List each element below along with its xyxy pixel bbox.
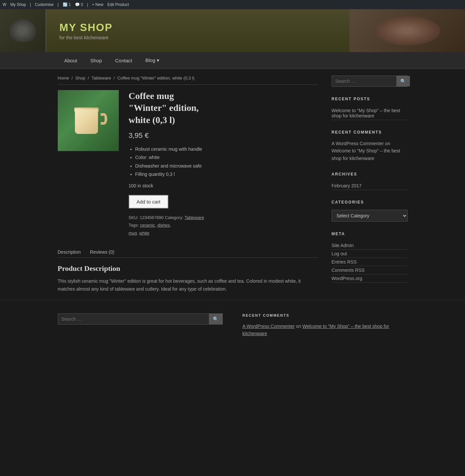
feature-4: Filling quantity 0,3 l bbox=[135, 170, 318, 178]
meta-widget: META Site Admin Log out Entries RSS Comm… bbox=[332, 232, 408, 283]
tag-mug[interactable]: mug bbox=[129, 231, 137, 236]
admin-customise[interactable]: Customise bbox=[35, 2, 54, 7]
comment-on: on bbox=[385, 141, 390, 146]
recent-post-link-1[interactable]: Welcome to "My Shop" – the best shop for… bbox=[332, 107, 408, 120]
separator: | bbox=[58, 2, 59, 7]
breadcrumb-sep-2: / bbox=[88, 76, 90, 80]
mug-handle bbox=[101, 113, 107, 125]
breadcrumb-sep-1: / bbox=[72, 76, 74, 80]
stock-info: 100 in stock bbox=[129, 183, 318, 188]
product-price: 3,95 € bbox=[129, 131, 318, 140]
footer-search-widget: 🔍 bbox=[58, 313, 223, 337]
footer-inner: 🔍 RECENT COMMENTS A WordPress Commenter … bbox=[51, 313, 414, 337]
sidebar: 🔍 RECENT POSTS Welcome to "My Shop" – th… bbox=[332, 76, 408, 293]
admin-comments-count[interactable]: 💬 0 bbox=[75, 2, 83, 7]
product-title: Coffee mug"Winter" edition,white (0,3 l) bbox=[129, 90, 318, 126]
tab-reviews[interactable]: Reviews (0) bbox=[90, 247, 120, 257]
nav-item-contact[interactable]: Contact bbox=[109, 52, 139, 69]
product-image bbox=[58, 90, 119, 151]
meta-entries-rss[interactable]: Entries RSS bbox=[332, 258, 408, 266]
breadcrumb-shop[interactable]: Shop bbox=[75, 76, 85, 80]
product-section: Coffee mug"Winter" edition,white (0,3 l)… bbox=[58, 90, 318, 237]
separator: | bbox=[87, 2, 88, 7]
tags-label: Tags: bbox=[129, 223, 140, 228]
breadcrumb-sep-3: / bbox=[114, 76, 116, 80]
meta-title: META bbox=[332, 232, 408, 238]
recent-posts-title: RECENT POSTS bbox=[332, 97, 408, 103]
site-title[interactable]: MY SHOP bbox=[59, 21, 113, 34]
tag-white[interactable]: white bbox=[139, 231, 149, 236]
nav-item-blog[interactable]: Blog ▾ bbox=[139, 52, 166, 69]
nav-inner: About Shop Contact Blog ▾ bbox=[51, 52, 414, 69]
admin-edit-product[interactable]: Edit Product bbox=[107, 2, 129, 7]
archives-title: ARCHIVES bbox=[332, 172, 408, 178]
category-select[interactable]: Select Category Tableware bbox=[332, 210, 408, 222]
search-box: 🔍 bbox=[332, 76, 408, 87]
search-widget: 🔍 bbox=[332, 76, 408, 87]
archive-link-feb2017[interactable]: February 2017 bbox=[332, 182, 408, 190]
admin-comments[interactable]: 🔄 1 bbox=[63, 2, 71, 7]
meta-wordpress-org[interactable]: WordPress.org bbox=[332, 274, 408, 283]
comment-author-link[interactable]: A WordPress Commenter bbox=[332, 141, 384, 146]
sku-label: SKU: bbox=[129, 215, 140, 220]
sku-value: 1234567890 bbox=[140, 215, 163, 220]
wp-logo[interactable]: W bbox=[3, 2, 6, 7]
breadcrumb-home[interactable]: Home bbox=[58, 76, 69, 80]
product-desc-text: This stylish ceramic mug "Winter" editio… bbox=[58, 277, 318, 293]
site-navigation: About Shop Contact Blog ▾ bbox=[0, 52, 465, 69]
category-link[interactable]: Tableware bbox=[184, 215, 204, 220]
header-background: MY SHOP for the best kitchenware bbox=[0, 9, 465, 52]
footer-widgets: 🔍 RECENT COMMENTS A WordPress Commenter … bbox=[0, 300, 465, 344]
feature-2: Color: white bbox=[135, 153, 318, 162]
feature-3: Dishwasher and microwave safe bbox=[135, 162, 318, 170]
footer-recent-comments-widget: RECENT COMMENTS A WordPress Commenter on… bbox=[243, 313, 408, 337]
product-tabs: Description Reviews (0) bbox=[58, 247, 318, 258]
meta-comments-rss[interactable]: Comments RSS bbox=[332, 266, 408, 274]
main-container: Home / Shop / Tableware / Coffee mug "Wi… bbox=[51, 69, 414, 300]
product-features: Robust ceramic mug with handle Color: wh… bbox=[129, 145, 318, 178]
meta-log-out[interactable]: Log out bbox=[332, 250, 408, 258]
site-tagline: for the best kitchenware bbox=[59, 35, 113, 40]
product-info: Coffee mug"Winter" edition,white (0,3 l)… bbox=[129, 90, 318, 237]
nav-item-about[interactable]: About bbox=[58, 52, 84, 69]
archives-widget: ARCHIVES February 2017 bbox=[332, 172, 408, 190]
separator: | bbox=[30, 2, 31, 7]
header-bg-center: MY SHOP for the best kitchenware bbox=[46, 9, 349, 52]
search-button[interactable]: 🔍 bbox=[396, 76, 410, 86]
content-area: Home / Shop / Tableware / Coffee mug "Wi… bbox=[58, 76, 318, 293]
footer-recent-comments-title: RECENT COMMENTS bbox=[243, 313, 408, 317]
recent-comment-text: A WordPress Commenter on Welcome to "My … bbox=[332, 140, 408, 162]
footer-search-button[interactable]: 🔍 bbox=[209, 314, 222, 324]
tag-ceramic[interactable]: ceramic bbox=[140, 223, 155, 228]
footer-search-box: 🔍 bbox=[58, 313, 223, 325]
categories-title: CATEGORIES bbox=[332, 200, 408, 206]
footer-search-input[interactable] bbox=[58, 314, 209, 324]
category-label: Category: bbox=[165, 215, 184, 220]
footer-comment-on: on bbox=[296, 324, 302, 329]
recent-comments-title: RECENT COMMENTS bbox=[332, 130, 408, 136]
header-bg-left bbox=[0, 9, 46, 52]
recent-posts-widget: RECENT POSTS Welcome to "My Shop" – the … bbox=[332, 97, 408, 120]
mug-icon bbox=[75, 106, 101, 136]
search-input[interactable] bbox=[332, 76, 396, 86]
add-to-cart-button[interactable]: Add to cart bbox=[129, 195, 169, 208]
nav-item-shop[interactable]: Shop bbox=[84, 52, 109, 69]
meta-site-admin[interactable]: Site Admin bbox=[332, 241, 408, 250]
admin-site-name[interactable]: My Shop bbox=[10, 2, 26, 7]
tag-dishes[interactable]: dishes bbox=[157, 223, 170, 228]
product-image-wrap bbox=[58, 90, 119, 237]
tab-description[interactable]: Description bbox=[58, 247, 86, 257]
header-bg-right bbox=[349, 9, 465, 52]
recent-comments-widget: RECENT COMMENTS A WordPress Commenter on… bbox=[332, 130, 408, 162]
admin-bar: W My Shop | Customise | 🔄 1 💬 0 | + New … bbox=[0, 0, 465, 9]
breadcrumb-current: Coffee mug "Winter" edition, white (0,3 … bbox=[117, 76, 194, 80]
categories-widget: CATEGORIES Select Category Tableware bbox=[332, 200, 408, 222]
site-header: MY SHOP for the best kitchenware bbox=[0, 9, 465, 52]
breadcrumb-tableware[interactable]: Tableware bbox=[91, 76, 111, 80]
product-desc-title: Product Description bbox=[58, 264, 318, 273]
admin-new[interactable]: + New bbox=[92, 2, 103, 7]
mug-body bbox=[75, 109, 98, 134]
comment-post-link[interactable]: Welcome to "My Shop" – the best shop for… bbox=[332, 148, 400, 161]
footer-comment-author-link[interactable]: A WordPress Commenter bbox=[243, 324, 295, 329]
product-description-section: Product Description This stylish ceramic… bbox=[58, 264, 318, 293]
